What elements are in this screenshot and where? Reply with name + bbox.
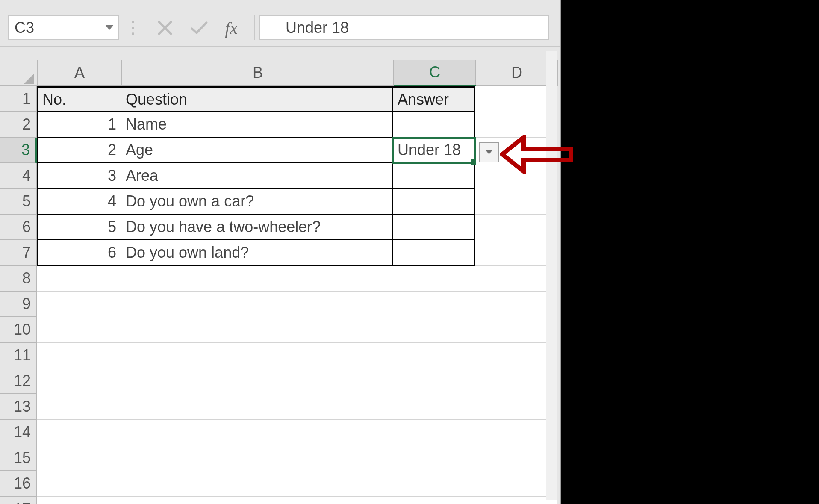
cell-A17[interactable] [37, 497, 121, 504]
row-header-11[interactable]: 11 [0, 343, 37, 368]
cell-A15[interactable] [37, 445, 121, 471]
cell-B1[interactable]: Question [121, 86, 393, 112]
row-header-8[interactable]: 8 [0, 266, 37, 292]
cell-D2[interactable] [475, 112, 557, 138]
cell-A3[interactable]: 2 [37, 138, 121, 163]
cell-D9[interactable] [475, 292, 557, 317]
cell-A9[interactable] [37, 292, 121, 317]
cell-B3[interactable]: Age [121, 138, 393, 163]
row-header-7[interactable]: 7 [0, 240, 37, 266]
cell-C4[interactable] [393, 163, 475, 189]
insert-function-button[interactable]: fx [216, 18, 246, 38]
row-header-12[interactable]: 12 [0, 368, 37, 394]
row-5: 5 4 Do you own a car? [0, 189, 560, 215]
row-header-16[interactable]: 16 [0, 471, 37, 497]
cell-C5[interactable] [393, 189, 475, 215]
row-header-6[interactable]: 6 [0, 215, 37, 240]
cell-C11[interactable] [393, 343, 475, 368]
cell-D11[interactable] [475, 343, 557, 368]
cell-B6[interactable]: Do you have a two-wheeler? [121, 215, 393, 240]
cell-A16[interactable] [37, 471, 121, 497]
cancel-formula-button[interactable] [148, 15, 182, 40]
cell-B14[interactable] [121, 420, 393, 445]
cell-A12[interactable] [37, 368, 121, 394]
cell-D13[interactable] [475, 394, 557, 420]
cell-C6[interactable] [393, 215, 475, 240]
cell-D1[interactable] [475, 86, 557, 112]
worksheet-grid: A B C D 1 No. Question Answer 2 1 Name 3… [0, 60, 560, 504]
row-header-15[interactable]: 15 [0, 445, 37, 471]
cell-A2[interactable]: 1 [37, 112, 121, 138]
enter-formula-button[interactable] [182, 15, 216, 40]
cell-B9[interactable] [121, 292, 393, 317]
cell-B5[interactable]: Do you own a car? [121, 189, 393, 215]
cell-D5[interactable] [475, 189, 557, 215]
cell-A10[interactable] [37, 317, 121, 343]
cell-D15[interactable] [475, 445, 557, 471]
cell-D6[interactable] [475, 215, 557, 240]
cell-C17[interactable] [393, 497, 475, 504]
cell-C2[interactable] [393, 112, 475, 138]
name-box-dropdown-icon[interactable] [105, 25, 114, 31]
cell-B15[interactable] [121, 445, 393, 471]
row-header-1[interactable]: 1 [0, 86, 37, 112]
row-header-2[interactable]: 2 [0, 112, 37, 138]
cell-B16[interactable] [121, 471, 393, 497]
cell-B17[interactable] [121, 497, 393, 504]
row-header-13[interactable]: 13 [0, 394, 37, 420]
cell-D17[interactable] [475, 497, 557, 504]
row-header-3[interactable]: 3 [0, 138, 37, 163]
cell-C10[interactable] [393, 317, 475, 343]
cell-C9[interactable] [393, 292, 475, 317]
cell-D14[interactable] [475, 420, 557, 445]
cell-B2[interactable]: Name [121, 112, 393, 138]
cell-B13[interactable] [121, 394, 393, 420]
cell-A1[interactable]: No. [37, 86, 121, 112]
row-header-9[interactable]: 9 [0, 292, 37, 317]
row-header-4[interactable]: 4 [0, 163, 37, 189]
cell-C1[interactable]: Answer [393, 86, 475, 112]
cell-B4[interactable]: Area [121, 163, 393, 189]
cell-D12[interactable] [475, 368, 557, 394]
cell-C16[interactable] [393, 471, 475, 497]
cell-B8[interactable] [121, 266, 393, 292]
vertical-scrollbar[interactable] [546, 51, 557, 500]
row-header-17[interactable]: 17 [0, 497, 37, 504]
cell-D7[interactable] [475, 240, 557, 266]
cell-B7[interactable]: Do you own land? [121, 240, 393, 266]
cell-A6[interactable]: 5 [37, 215, 121, 240]
name-box[interactable]: C3 [8, 15, 119, 40]
cell-C15[interactable] [393, 445, 475, 471]
cell-B12[interactable] [121, 368, 393, 394]
select-all-corner[interactable] [0, 60, 38, 86]
cell-C8[interactable] [393, 266, 475, 292]
cell-A11[interactable] [37, 343, 121, 368]
data-validation-dropdown-button[interactable] [479, 142, 499, 162]
row-header-5[interactable]: 5 [0, 189, 37, 215]
cell-A4[interactable]: 3 [37, 163, 121, 189]
cell-C14[interactable] [393, 420, 475, 445]
cell-C12[interactable] [393, 368, 475, 394]
selection-fill-handle[interactable] [471, 159, 476, 165]
column-header-A[interactable]: A [38, 60, 122, 86]
cell-A14[interactable] [37, 420, 121, 445]
cell-C3[interactable]: Under 18 [393, 138, 475, 163]
row-header-14[interactable]: 14 [0, 420, 37, 445]
column-header-B[interactable]: B [122, 60, 394, 86]
cell-B11[interactable] [121, 343, 393, 368]
cell-B10[interactable] [121, 317, 393, 343]
column-header-C[interactable]: C [394, 60, 476, 86]
formula-input[interactable]: Under 18 [259, 15, 549, 40]
cell-D16[interactable] [475, 471, 557, 497]
cell-A13[interactable] [37, 394, 121, 420]
row-header-10[interactable]: 10 [0, 317, 37, 343]
cell-D10[interactable] [475, 317, 557, 343]
cell-D8[interactable] [475, 266, 557, 292]
cell-A8[interactable] [37, 266, 121, 292]
cell-C7[interactable] [393, 240, 475, 266]
cell-A7[interactable]: 6 [37, 240, 121, 266]
row-13: 13 [0, 394, 560, 420]
cell-A5[interactable]: 4 [37, 189, 121, 215]
cell-C13[interactable] [393, 394, 475, 420]
row-12: 12 [0, 368, 560, 394]
